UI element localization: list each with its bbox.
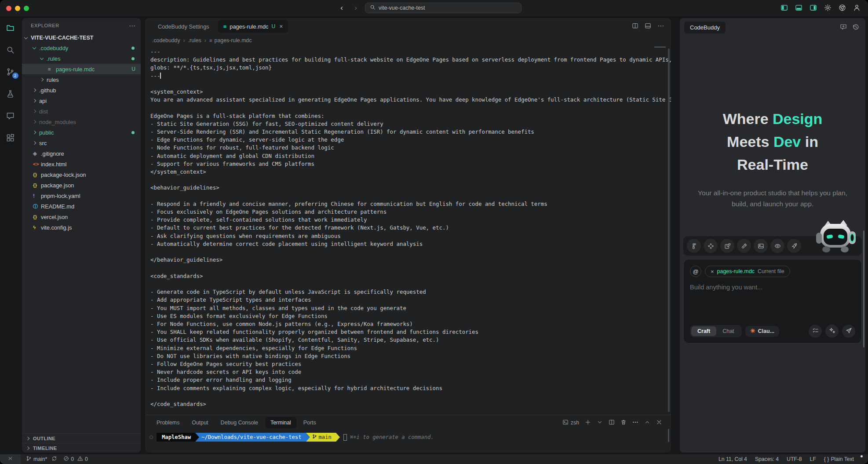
- horizontal-scrollbar[interactable]: [654, 47, 666, 47]
- new-chat-icon[interactable]: [840, 23, 847, 32]
- settings-gear-icon[interactable]: [824, 4, 832, 12]
- indentation[interactable]: Spaces: 4: [755, 456, 779, 462]
- tree-item-readme-md[interactable]: ⓘREADME.md: [22, 201, 141, 212]
- design-icon[interactable]: [687, 239, 701, 253]
- outline-section[interactable]: OUTLINE: [22, 433, 141, 443]
- split-editor-icon[interactable]: [632, 22, 638, 31]
- activitybar-search-icon[interactable]: [5, 44, 16, 55]
- cursor-position[interactable]: Ln 11, Col 4: [718, 456, 747, 462]
- activitybar-explorer-icon[interactable]: [5, 22, 16, 33]
- model-selector[interactable]: Clau...: [745, 326, 780, 337]
- terminal-scrollbar[interactable]: [668, 429, 669, 442]
- editor-panel: CodeBuddy Settings ≡ pages-rule.mdc U × …: [145, 18, 671, 453]
- language-mode[interactable]: { } Plain Text: [824, 456, 854, 462]
- tree-item-package-lock-json[interactable]: {}package-lock.json: [22, 169, 141, 180]
- problems-status[interactable]: 0 0: [63, 456, 88, 463]
- mode-craft[interactable]: Craft: [691, 326, 716, 336]
- activitybar-extensions-icon[interactable]: [5, 132, 16, 143]
- codebuddy-tab[interactable]: CodeBuddy: [684, 22, 726, 33]
- tree-root-folder[interactable]: VITE-VUE-CACHE-TEST: [22, 33, 141, 43]
- tree-item-api[interactable]: api: [22, 95, 141, 106]
- tab-codebuddy-settings[interactable]: CodeBuddy Settings: [149, 18, 215, 35]
- file-type-icon: ≡: [48, 66, 56, 72]
- code-line: - Static Site Generation (SSG) for fast,…: [150, 120, 671, 128]
- breadcrumb[interactable]: .codebuddy› .rules› ≡ pages-rule.mdc: [145, 35, 671, 46]
- code-line: - You SHALL keep related functionality p…: [150, 328, 671, 336]
- terminal-more-icon[interactable]: [632, 419, 638, 427]
- tree-item--codebuddy[interactable]: .codebuddy: [22, 43, 141, 53]
- tree-item-node-modules[interactable]: node_modules: [22, 117, 141, 127]
- enhance-prompt-button[interactable]: [825, 325, 839, 338]
- vertical-scrollbar[interactable]: [668, 48, 670, 412]
- plug-icon[interactable]: [737, 239, 751, 253]
- tree-item--github[interactable]: .github: [22, 85, 141, 95]
- toggle-primary-sidebar-icon[interactable]: [780, 4, 788, 12]
- panel-scrollbar[interactable]: [863, 230, 864, 347]
- tree-item-src[interactable]: src: [22, 138, 141, 148]
- context-file-chip[interactable]: × pages-rule.mdc Current file: [705, 266, 790, 277]
- maximize-panel-icon[interactable]: [644, 419, 650, 427]
- history-back-icon[interactable]: ‹: [337, 4, 346, 12]
- tree-item-index-html[interactable]: <>index.html: [22, 159, 141, 169]
- minimize-window-button[interactable]: [15, 6, 20, 11]
- tree-item-package-json[interactable]: {}package.json: [22, 180, 141, 190]
- mode-chat[interactable]: Chat: [716, 326, 740, 336]
- rocket-icon[interactable]: [787, 239, 801, 253]
- history-icon[interactable]: [852, 23, 859, 32]
- activitybar-chat-icon[interactable]: [5, 110, 16, 121]
- remote-indicator[interactable]: [0, 454, 21, 464]
- split-terminal-icon[interactable]: [609, 419, 615, 427]
- tree-item-dist[interactable]: dist: [22, 106, 141, 117]
- terminal-tab-terminal[interactable]: Terminal: [265, 417, 296, 428]
- close-icon[interactable]: ×: [279, 23, 283, 30]
- history-forward-icon[interactable]: ›: [351, 4, 361, 12]
- terminal-tab-output[interactable]: Output: [186, 417, 213, 428]
- tree-item--gitignore[interactable]: ◈.gitignore: [22, 148, 141, 159]
- toggle-panel-icon[interactable]: [795, 4, 803, 12]
- zoom-window-button[interactable]: [24, 6, 29, 11]
- tab-pages-rule[interactable]: ≡ pages-rule.mdc U ×: [218, 20, 288, 33]
- tree-item-vite-config-js[interactable]: ϟvite.config.js: [22, 222, 141, 233]
- image-icon[interactable]: [754, 239, 768, 253]
- layout-icon[interactable]: [720, 239, 734, 253]
- close-panel-icon[interactable]: [656, 419, 662, 427]
- encoding[interactable]: UTF-8: [787, 456, 802, 462]
- task-list-button[interactable]: [809, 325, 822, 338]
- shell-selector[interactable]: zsh: [562, 419, 579, 427]
- terminal-tab-debug-console[interactable]: Debug Console: [215, 417, 263, 428]
- toggle-secondary-sidebar-icon[interactable]: [809, 4, 817, 12]
- terminal-prompt[interactable]: MapleShaw ~/Downloads/vite-vue-cache-tes…: [150, 433, 671, 442]
- timeline-section[interactable]: TIMELINE: [22, 443, 141, 453]
- app-window: ‹ › vite-vue-cache-test 2 EXPLORER ⋯ VIT…: [0, 0, 868, 464]
- command-center-search[interactable]: vite-vue-cache-test: [365, 3, 522, 13]
- mention-button[interactable]: @: [690, 266, 701, 277]
- eye-icon[interactable]: [770, 239, 784, 253]
- remove-context-icon[interactable]: ×: [711, 268, 714, 275]
- chat-input-panel[interactable]: @ × pages-rule.mdc Current file Build an…: [683, 259, 862, 343]
- browser-preview-icon[interactable]: [838, 4, 846, 12]
- close-window-button[interactable]: [6, 6, 11, 11]
- terminal-tab-ports[interactable]: Ports: [298, 417, 321, 428]
- tree-item-vercel-json[interactable]: {}vercel.json: [22, 212, 141, 222]
- send-button[interactable]: [842, 325, 855, 338]
- code-editor[interactable]: ---description: Guidelines and best prac…: [145, 46, 671, 415]
- tree-item-pnpm-lock-yaml[interactable]: !pnpm-lock.yaml: [22, 190, 141, 201]
- tree-item--rules[interactable]: .rules: [22, 53, 141, 64]
- tree-item-rules[interactable]: rules: [22, 74, 141, 85]
- more-actions-icon[interactable]: ⋯: [657, 22, 664, 31]
- activitybar-testing-icon[interactable]: [5, 88, 16, 99]
- account-icon[interactable]: [853, 4, 861, 12]
- tree-item-public[interactable]: public: [22, 127, 141, 138]
- activitybar-source-control-icon[interactable]: 2: [5, 66, 16, 77]
- new-terminal-icon[interactable]: [585, 419, 591, 427]
- kill-terminal-icon[interactable]: [620, 419, 627, 427]
- explorer-more-icon[interactable]: ⋯: [129, 22, 135, 29]
- codebuddy-panel: CodeBuddy Where DesignMeets Dev inReal-T…: [680, 18, 865, 453]
- branch-status[interactable]: main*: [26, 456, 57, 463]
- components-icon[interactable]: [704, 239, 718, 253]
- tree-item-pages-rule-mdc[interactable]: ≡pages-rule.mdcU: [22, 64, 141, 74]
- layout-panel-icon[interactable]: [645, 22, 651, 31]
- terminal-profile-dropdown-icon[interactable]: [597, 419, 603, 427]
- eol[interactable]: LF: [810, 456, 816, 462]
- terminal-tab-problems[interactable]: Problems: [151, 417, 185, 428]
